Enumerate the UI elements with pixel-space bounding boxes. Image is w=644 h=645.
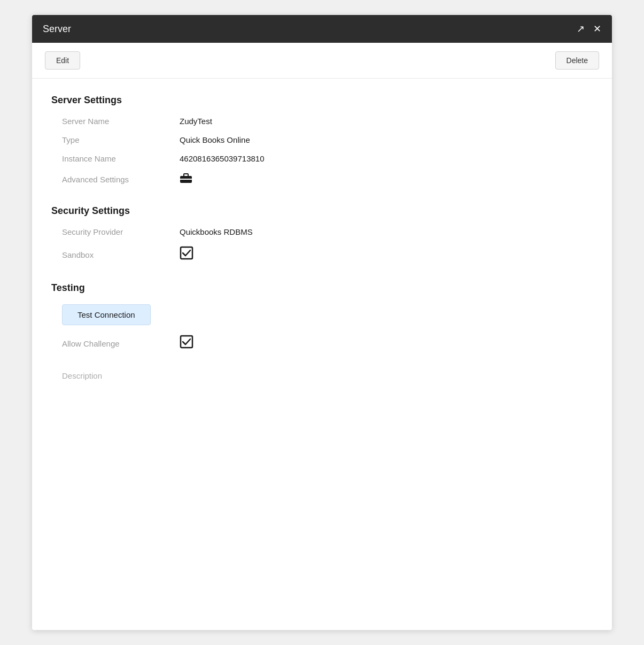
window-title: Server	[43, 24, 71, 35]
description-label: Description	[51, 371, 593, 380]
advanced-settings-label: Advanced Settings	[62, 175, 180, 184]
briefcase-icon[interactable]	[180, 173, 192, 186]
field-security-provider: Security Provider Quickbooks RDBMS	[51, 227, 593, 236]
instance-name-label: Instance Name	[62, 154, 180, 163]
field-instance-name: Instance Name 4620816365039713810	[51, 154, 593, 163]
server-name-value: ZudyTest	[180, 117, 212, 126]
close-icon[interactable]: ✕	[593, 23, 601, 35]
type-value: Quick Books Online	[180, 135, 250, 144]
security-provider-label: Security Provider	[62, 227, 180, 236]
testing-section: Testing Test Connection Allow Challenge	[51, 282, 593, 352]
svg-rect-2	[180, 179, 192, 180]
allow-challenge-checkbox-icon	[180, 335, 193, 352]
field-sandbox: Sandbox	[51, 246, 593, 263]
security-provider-value: Quickbooks RDBMS	[180, 227, 253, 236]
sandbox-label: Sandbox	[62, 250, 180, 259]
type-label: Type	[62, 135, 180, 144]
testing-title: Testing	[51, 282, 593, 294]
sandbox-checkbox-icon	[180, 246, 193, 263]
svg-rect-1	[184, 174, 188, 176]
content-area: Server Settings Server Name ZudyTest Typ…	[32, 79, 612, 630]
instance-name-value: 4620816365039713810	[180, 154, 265, 163]
field-allow-challenge: Allow Challenge	[51, 335, 593, 352]
test-connection-button[interactable]: Test Connection	[62, 304, 151, 325]
expand-icon[interactable]: ↗	[577, 23, 585, 35]
server-window: Server ↗ ✕ Edit Delete Server Settings S…	[32, 15, 612, 630]
security-settings-title: Security Settings	[51, 205, 593, 217]
field-type: Type Quick Books Online	[51, 135, 593, 144]
server-settings-section: Server Settings Server Name ZudyTest Typ…	[51, 95, 593, 186]
field-advanced-settings: Advanced Settings	[51, 173, 593, 186]
title-bar-actions: ↗ ✕	[577, 23, 601, 35]
server-settings-title: Server Settings	[51, 95, 593, 106]
toolbar: Edit Delete	[32, 43, 612, 79]
security-settings-section: Security Settings Security Provider Quic…	[51, 205, 593, 263]
allow-challenge-label: Allow Challenge	[62, 339, 180, 348]
delete-button[interactable]: Delete	[555, 51, 599, 70]
server-name-label: Server Name	[62, 117, 180, 126]
field-server-name: Server Name ZudyTest	[51, 117, 593, 126]
title-bar: Server ↗ ✕	[32, 15, 612, 43]
edit-button[interactable]: Edit	[45, 51, 80, 70]
